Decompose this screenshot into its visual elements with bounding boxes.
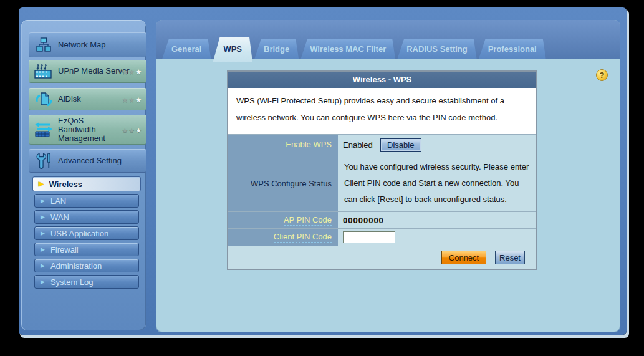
form-footer: Connect Reset: [228, 246, 536, 269]
sidebar-item-label: USB Application: [50, 229, 108, 238]
enable-wps-label-cell: Enable WPS: [228, 135, 338, 155]
sidebar-item-advanced-setting[interactable]: Advanced Setting: [29, 149, 146, 173]
sidebar-item-usb-application[interactable]: ▶ USB Application: [34, 226, 139, 240]
sidebar-item-firewall[interactable]: ▶ Firewall: [34, 243, 139, 256]
wps-status-value: Enabled: [343, 140, 373, 150]
ap-pin-code-row: AP PIN Code 00000000: [228, 211, 536, 228]
rating-stars: ★★★: [122, 65, 142, 77]
tab-bar: General WPS Bridge Wireless MAC Filter R…: [162, 37, 546, 59]
bandwidth-icon: [29, 122, 58, 138]
tab-wps[interactable]: WPS: [213, 37, 252, 62]
ap-pin-code-value: 00000000: [343, 216, 384, 225]
aidisk-icon: [29, 91, 58, 107]
enable-wps-link[interactable]: Enable WPS: [286, 140, 332, 150]
tab-label: Bridge: [264, 44, 289, 54]
wps-configure-status-row: WPS Configure Status You have configured…: [228, 155, 536, 211]
tab-label: General: [171, 44, 201, 54]
tab-band: General WPS Bridge Wireless MAC Filter R…: [156, 20, 620, 59]
triangle-icon: ▶: [41, 279, 45, 285]
sidebar-item-label: Wireless: [49, 180, 82, 189]
sidebar-item-label: WAN: [50, 213, 69, 222]
star-icon: ★: [128, 68, 135, 75]
client-pin-code-link[interactable]: Client PIN Code: [274, 232, 332, 243]
triangle-icon: ▶: [41, 214, 45, 220]
rating-stars: ★★★: [122, 124, 142, 135]
triangle-icon: ▶: [41, 198, 45, 204]
tab-label: Wireless MAC Filter: [310, 44, 386, 54]
triangle-icon: ▶: [41, 247, 45, 253]
network-map-icon: [29, 37, 58, 52]
sidebar: Network Map UPnP Media: [21, 20, 146, 330]
triangle-icon: ▶: [39, 181, 44, 187]
sidebar-item-wan[interactable]: ▶ WAN: [34, 210, 139, 224]
ap-pin-code-value-cell: 00000000: [338, 212, 536, 228]
triangle-icon: ▶: [41, 231, 45, 236]
sidebar-item-label: System Log: [50, 277, 94, 287]
tab-label: RADIUS Setting: [406, 44, 468, 54]
sidebar-item-label: Firewall: [50, 245, 79, 254]
sidebar-item-label: EzQoS Bandwidth Management: [58, 117, 120, 143]
triangle-icon: ▶: [41, 263, 45, 269]
wrench-icon: [29, 152, 58, 170]
client-pin-code-label-cell: Client PIN Code: [228, 229, 338, 246]
star-icon: ★: [135, 68, 142, 75]
tab-general[interactable]: General: [162, 39, 211, 59]
enable-wps-value-cell: Enabled Disable: [338, 135, 536, 155]
rating-stars: ★★★: [122, 94, 142, 105]
reset-button[interactable]: Reset: [495, 251, 525, 264]
content-panel: General WPS Bridge Wireless MAC Filter R…: [156, 20, 620, 332]
tab-wireless-mac-filter[interactable]: Wireless MAC Filter: [300, 39, 395, 59]
sidebar-item-label: Advanced Setting: [58, 156, 146, 165]
tab-label: WPS: [223, 44, 242, 54]
sidebar-item-label: LAN: [50, 196, 66, 206]
sidebar-item-ezqos-bandwidth-management[interactable]: EzQoS Bandwidth Management ★★★: [29, 115, 146, 145]
ap-pin-code-link[interactable]: AP PIN Code: [284, 215, 332, 226]
star-icon: ★: [128, 127, 135, 134]
star-icon: ★: [122, 68, 128, 75]
wps-form: Wireless - WPS WPS (Wi-Fi Protected Setu…: [227, 70, 537, 270]
wps-configure-status-label-cell: WPS Configure Status: [228, 155, 338, 211]
star-icon: ★: [128, 96, 135, 103]
media-server-icon: [29, 63, 58, 79]
sidebar-item-administration[interactable]: ▶ Administration: [34, 259, 139, 272]
enable-wps-row: Enable WPS Enabled Disable: [228, 134, 536, 155]
client-pin-code-row: Client PIN Code: [228, 228, 536, 246]
wps-configure-status-label: WPS Configure Status: [251, 179, 332, 188]
sidebar-item-system-log[interactable]: ▶ System Log: [34, 275, 139, 289]
sidebar-item-lan[interactable]: ▶ LAN: [34, 194, 139, 208]
router-admin-page: Network Map UPnP Media: [19, 7, 627, 335]
sidebar-item-upnp-media-server[interactable]: UPnP Media Server ★★★: [29, 60, 146, 83]
sidebar-item-aidisk[interactable]: AiDisk ★★★: [29, 88, 146, 110]
wps-configure-status-value: You have configured wireless security. P…: [338, 155, 536, 211]
sidebar-item-wireless[interactable]: ▶ Wireless: [32, 176, 141, 191]
client-pin-input[interactable]: [343, 231, 395, 243]
sidebar-item-label: Administration: [50, 261, 102, 271]
sidebar-item-label: Network Map: [58, 41, 146, 49]
form-description: WPS (Wi-Fi Protected Setup) provides eas…: [228, 88, 536, 134]
tab-radius-setting[interactable]: RADIUS Setting: [397, 39, 477, 59]
connect-button[interactable]: Connect: [441, 251, 486, 264]
star-icon: ★: [135, 96, 142, 103]
client-pin-code-value-cell: [338, 229, 536, 246]
sidebar-item-network-map[interactable]: Network Map: [29, 32, 146, 57]
disable-button[interactable]: Disable: [380, 138, 421, 152]
tab-bridge[interactable]: Bridge: [254, 39, 299, 59]
star-icon: ★: [122, 96, 128, 103]
star-icon: ★: [135, 127, 142, 134]
ap-pin-code-label-cell: AP PIN Code: [228, 212, 338, 228]
tab-professional[interactable]: Professional: [479, 39, 546, 59]
help-icon[interactable]: ?: [596, 69, 608, 81]
star-icon: ★: [122, 127, 128, 134]
tab-label: Professional: [488, 44, 537, 54]
page-title: Wireless - WPS: [228, 72, 536, 88]
